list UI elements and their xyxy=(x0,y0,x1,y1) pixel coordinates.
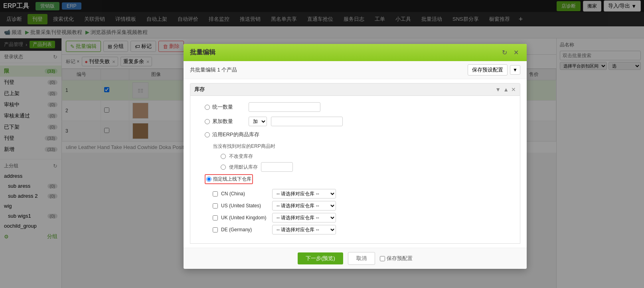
save-config-dropdown[interactable]: ▼ xyxy=(510,65,520,75)
highlight-specify-warehouse: 指定线上线下仓库 xyxy=(205,174,253,184)
unified-qty-row: 统一数量 xyxy=(197,102,514,112)
warehouse-de-select[interactable]: -- 请选择对应仓库 -- xyxy=(272,225,336,234)
modal-title: 批量编辑 xyxy=(190,48,215,57)
warehouse-cn-select[interactable]: -- 请选择对应仓库 -- xyxy=(272,189,336,199)
erp-inventory-row: 沿用ERP的商品库存 xyxy=(197,131,514,138)
cumulative-qty-row: 累加数量 加 xyxy=(197,117,514,126)
modal-footer: 下一步(预览) 取消 保存预配置 xyxy=(184,248,527,269)
cumulative-op-select[interactable]: 加 xyxy=(249,117,267,126)
warehouse-de-checkbox[interactable] xyxy=(213,227,218,232)
unified-qty-radio-label: 统一数量 xyxy=(205,103,245,111)
erp-note: 当没有找到对应的ERP商品时 xyxy=(197,143,514,150)
warehouse-us-select[interactable]: -- 请选择对应仓库 -- xyxy=(272,201,336,211)
default-warehouse-input[interactable] xyxy=(261,162,293,172)
erp-inventory-radio-label: 沿用ERP的商品库存 xyxy=(205,131,259,138)
unified-qty-input[interactable] xyxy=(249,102,320,112)
modal-close-btn[interactable]: ✕ xyxy=(512,48,520,57)
batch-edit-modal: 批量编辑 ↻ ✕ 共批量编辑 1 个产品 保存预设配置 ▼ 库存 ▼ ▲ ✕ xyxy=(184,44,527,269)
cumulative-qty-radio-label: 累加数量 xyxy=(205,118,245,125)
warehouse-row-us: US (United States) -- 请选择对应仓库 -- xyxy=(213,201,514,211)
unified-qty-radio[interactable] xyxy=(205,105,210,110)
specify-warehouse-radio[interactable] xyxy=(206,177,211,182)
default-warehouse-radio[interactable] xyxy=(221,165,226,170)
section-close-btn[interactable]: ✕ xyxy=(511,86,516,93)
cumulative-qty-radio[interactable] xyxy=(205,119,210,124)
warehouse-cn-checkbox[interactable] xyxy=(213,191,218,197)
next-step-btn[interactable]: 下一步(预览) xyxy=(298,252,343,264)
warehouse-uk-select[interactable]: -- 请选择对应仓库 -- xyxy=(272,213,336,222)
no-change-row: 不改变库存 xyxy=(197,153,514,160)
section-title: 库存 xyxy=(194,86,205,93)
section-up-btn[interactable]: ▲ xyxy=(503,86,509,93)
section-body: 统一数量 累加数量 加 沿用ERP的商品库存 xyxy=(190,96,520,244)
modal-sub-title: 共批量编辑 1 个产品 xyxy=(190,66,237,73)
specify-warehouse-row: 指定线上线下仓库 xyxy=(197,174,514,184)
section-header: 库存 ▼ ▲ ✕ xyxy=(190,83,520,96)
save-preset-checkbox[interactable] xyxy=(380,256,385,261)
save-config-btn[interactable]: 保存预设配置 xyxy=(468,64,508,75)
cumulative-qty-input[interactable] xyxy=(271,117,343,126)
modal-refresh-btn[interactable]: ↻ xyxy=(500,48,509,57)
modal-subheader: 共批量编辑 1 个产品 保存预设配置 ▼ xyxy=(184,61,527,79)
modal-header-actions: ↻ ✕ xyxy=(500,48,520,57)
warehouse-row-cn: CN (China) -- 请选择对应仓库 -- xyxy=(213,189,514,199)
warehouse-row-de: DE (Germany) -- 请选择对应仓库 -- xyxy=(213,225,514,234)
save-preset-label[interactable]: 保存预配置 xyxy=(380,255,413,262)
warehouse-section: CN (China) -- 请选择对应仓库 -- US (United Stat… xyxy=(197,189,514,234)
erp-inventory-radio[interactable] xyxy=(205,132,210,137)
modal-header: 批量编辑 ↻ ✕ xyxy=(184,44,527,61)
no-change-radio[interactable] xyxy=(221,154,226,159)
default-warehouse-row: 使用默认库存 xyxy=(197,162,514,172)
cancel-btn[interactable]: 取消 xyxy=(348,252,375,265)
warehouse-uk-checkbox[interactable] xyxy=(213,215,218,220)
modal-body: 库存 ▼ ▲ ✕ 统一数量 累加数量 xyxy=(184,79,527,248)
warehouse-us-checkbox[interactable] xyxy=(213,203,218,209)
warehouse-row-uk: UK (United Kingdom) -- 请选择对应仓库 -- xyxy=(213,213,514,222)
section-down-btn[interactable]: ▼ xyxy=(495,86,501,93)
